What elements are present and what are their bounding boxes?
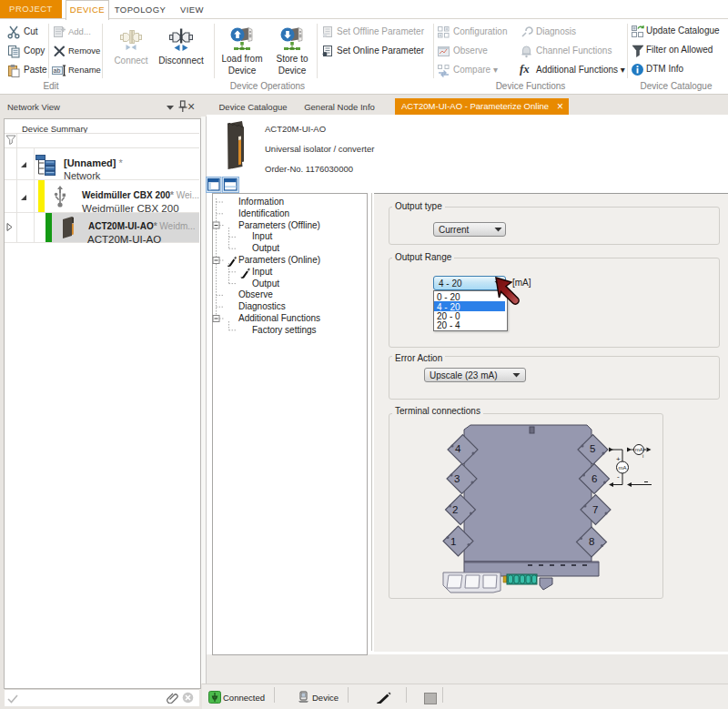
svg-text:5: 5 [590,443,595,454]
svg-text:6: 6 [592,473,597,484]
svg-text:ab: ab [54,67,61,74]
svg-text:2: 2 [452,504,458,515]
svg-text:mA: mA [619,465,627,471]
svg-text:i: i [642,453,643,459]
svg-text:7: 7 [592,504,598,515]
svg-text:8: 8 [589,536,594,547]
svg-text:-: - [617,472,620,481]
svg-text:mA: mA [635,447,643,452]
svg-text:4: 4 [455,443,461,454]
svg-text:1: 1 [450,536,456,547]
svg-text:3: 3 [454,473,460,484]
